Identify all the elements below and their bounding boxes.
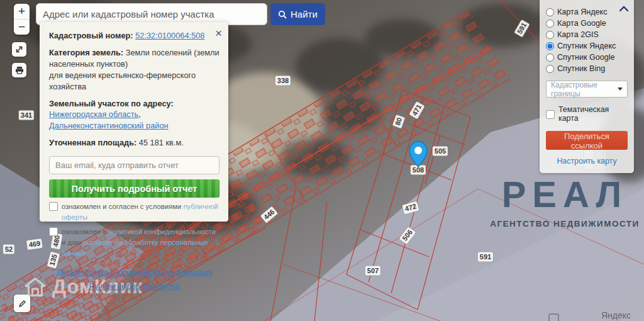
zoom-out-button[interactable]: − [14, 20, 30, 35]
offer-consent-checkbox[interactable] [49, 202, 58, 211]
layers-panel: Карта ЯндексКарта GoogleКарта 2GISСпутни… [540, 0, 634, 173]
area-label: Уточненная площадь: [49, 138, 136, 147]
layer-option-label: Карта Яндекс [557, 8, 608, 16]
pencil-icon [18, 299, 27, 308]
layer-option-3[interactable]: Спутник Яндекс [546, 42, 628, 50]
manual-choice-link[interactable]: Ручной выбор вариантов [89, 282, 180, 291]
layer-option-0[interactable]: Карта Яндекс [546, 8, 628, 16]
agency-subtitle: АГЕНТСТВО НЕДВИЖИМОСТИ [489, 219, 640, 228]
layer-option-label: Спутник Google [557, 53, 615, 62]
area-row: Уточненная площадь: 45 181 кв.м. [49, 137, 219, 149]
radio-selected-icon[interactable] [546, 42, 554, 50]
layer-option-4[interactable]: Спутник Google [546, 53, 628, 62]
report-details-link[interactable]: Детали отчета и юридическая информация [57, 268, 213, 277]
map-logo-icon [548, 313, 559, 321]
privacy-consent-text-part2: и даю [62, 239, 83, 246]
thematic-map-label: Тематическая карта [558, 105, 628, 123]
land-category-row: Категория земель: Земли поселений (земли… [49, 47, 219, 93]
layer-option-label: Карта Google [557, 19, 606, 28]
boundaries-select[interactable]: Кадастровые границы [546, 81, 628, 98]
offer-consent-text: ознакомлен и согласен с условиями публич… [62, 201, 219, 223]
draw-button[interactable] [14, 295, 30, 312]
privacy-consent-checkbox[interactable] [49, 227, 58, 236]
radio-icon[interactable] [546, 20, 554, 28]
layer-option-label: Карта 2GIS [557, 30, 599, 39]
land-category-label: Категория земель: [49, 48, 123, 57]
layer-option-5[interactable]: Спутник Bing [546, 64, 628, 73]
layer-option-2[interactable]: Карта 2GIS [546, 30, 628, 39]
offer-consent-row: ознакомлен и согласен с условиями публич… [49, 201, 219, 223]
configure-map-row: Настроить карту [546, 157, 628, 166]
privacy-consent-row: ознакомлен с политикой конфиденциальност… [49, 227, 219, 259]
expand-icon [15, 45, 23, 54]
agency-name: РЕАЛ [489, 176, 640, 213]
parcel-info-popup: × Кадастровый номер: 52:32:0100064:508 К… [40, 22, 228, 222]
email-field[interactable] [49, 156, 219, 174]
share-link-button[interactable]: Поделиться ссылкой [546, 131, 628, 150]
district-link[interactable]: Дальнеконстантиновский район [49, 121, 169, 130]
cadastral-number-row: Кадастровый номер: 52:32:0100064:508 [49, 30, 219, 42]
yandex-attribution: Яндекс [601, 310, 631, 320]
radio-icon[interactable] [546, 31, 554, 39]
popup-footer-links: Детали отчета и юридическая информация Р… [49, 268, 219, 292]
fullscreen-button[interactable] [12, 42, 26, 57]
address-row: Земельный участок по адресу: Нижегородск… [49, 98, 219, 132]
zoom-control: + − [14, 4, 30, 35]
search-button[interactable]: Найти [270, 3, 325, 25]
close-icon[interactable]: × [215, 27, 222, 39]
thematic-map-row: Тематическая карта [546, 105, 628, 123]
radio-icon[interactable] [546, 65, 554, 73]
radio-icon[interactable] [546, 8, 554, 16]
configure-map-link[interactable]: Настроить карту [557, 157, 616, 166]
collapse-panel-icon[interactable] [619, 6, 628, 11]
privacy-consent-text: ознакомлен с политикой конфиденциальност… [62, 227, 219, 259]
region-link[interactable]: Нижегородская область [49, 110, 138, 119]
privacy-policy-link[interactable]: политикой конфиденциальности [108, 228, 216, 235]
get-report-label: Получить подробный отчет [72, 184, 197, 194]
search-button-label: Найти [291, 9, 318, 20]
cadastral-number-label: Кадастровый номер: [49, 31, 133, 40]
layer-option-label: Спутник Bing [557, 64, 605, 73]
map-viewport: 3413384718050550847250644646952480135591… [0, 0, 644, 321]
cadastral-number-link[interactable]: 52:32:0100064:508 [135, 31, 204, 40]
print-button[interactable] [12, 63, 26, 77]
land-category-extra: для ведения крестьянско-фермерского хозя… [49, 70, 196, 91]
privacy-consent-text-part: ознакомлен с [62, 228, 108, 235]
thematic-map-checkbox[interactable] [546, 110, 555, 119]
map-pin-icon[interactable] [409, 141, 428, 167]
agency-watermark: РЕАЛ АГЕНТСТВО НЕДВИЖИМОСТИ [489, 176, 640, 228]
address-separator: , [138, 110, 141, 119]
personal-data-link[interactable]: согласие на обработку персональных данны… [62, 239, 208, 257]
layer-option-1[interactable]: Карта Google [546, 19, 628, 28]
chevron-down-icon [618, 87, 623, 91]
layer-option-label: Спутник Яндекс [557, 42, 616, 50]
radio-icon[interactable] [546, 54, 554, 62]
offer-consent-text-part: ознакомлен и согласен с условиями [62, 203, 183, 210]
address-label: Земельный участок по адресу: [49, 99, 174, 108]
search-icon [278, 10, 287, 19]
boundaries-select-value: Кадастровые границы [551, 81, 618, 98]
zoom-in-button[interactable]: + [14, 4, 30, 19]
layer-options-list: Карта ЯндексКарта GoogleКарта 2GISСпутни… [546, 8, 628, 73]
get-report-button[interactable]: Получить подробный отчет [49, 179, 219, 198]
area-value: 45 181 кв.м. [139, 138, 184, 147]
printer-icon [15, 66, 24, 74]
